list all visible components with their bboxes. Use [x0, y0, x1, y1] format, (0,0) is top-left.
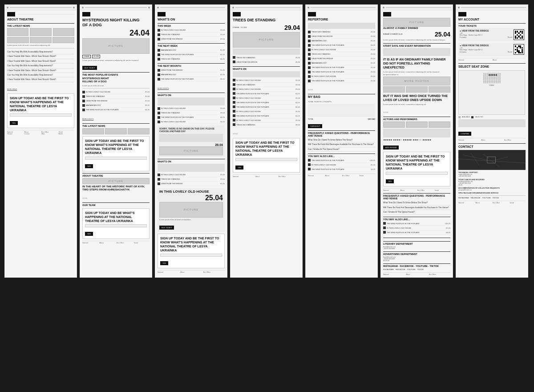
wo-row-4: MARIAM MELODY 01.25 — [158, 48, 225, 53]
event-tags: DRAMA 3H 20M — [82, 55, 150, 58]
n-img-3 — [128, 128, 150, 134]
add-review-btn[interactable]: ADD REVIEW — [383, 145, 399, 150]
contact-booking: TICKET SALES AND BOOKING booking@theatre… — [458, 178, 526, 186]
ticket-2-qr — [514, 44, 524, 55]
wo-icon-1 — [158, 29, 160, 32]
also-like-fd: YOU MAY ALSO LIKE... — [383, 217, 450, 221]
wo-row-7: VIEW FROM THE BRIDGE 01.25 — [158, 68, 225, 73]
faq-fd-2: Will There Be Food And Beverages Availab… — [383, 206, 450, 210]
newsletter-wo-btn[interactable]: YES — [160, 261, 168, 265]
td2-icon-2 — [233, 83, 235, 86]
newsletter-fd-btn[interactable]: YES — [386, 179, 394, 183]
td2-row-6: THE WIND RUSTLES IN THE POPLARS 04.25 — [233, 101, 300, 105]
newsletter-signup-btn[interactable]: YES — [10, 121, 18, 125]
family-date: 25.04 — [435, 31, 450, 38]
no-show-pic: PICTURE — [159, 146, 223, 155]
confirm-seats-btn[interactable]: CONFIRM — [458, 132, 471, 136]
wo-row-6: TREES DIE STANDING 04.25 — [158, 57, 225, 61]
about-theatre-title: ABOUT THEATRE — [7, 18, 74, 21]
newsletter-input[interactable] — [10, 113, 72, 117]
rep-row-1: TREES DIE STANDING 25.04 — [308, 30, 375, 34]
ticket-2-info: ● VIEW FROM THE BRIDGE +18New Stage Bunk… — [460, 44, 512, 55]
wo-icon-2 — [158, 33, 160, 36]
screen-repertoire: REPERTOIRE TREES DIE STANDING 25.04 VIEW… — [305, 4, 378, 278]
fwo-col-1: National — [158, 271, 179, 273]
f2-col-3: Box Office — [117, 242, 133, 244]
header-dot — [157, 7, 159, 8]
newsletter-btn-2[interactable]: YES — [85, 164, 93, 168]
newsletter-input-2[interactable] — [85, 157, 147, 160]
screen-header-6 — [381, 5, 453, 10]
family-long-desc: IT IS AS IF AN ORDINARY FAMILY DINNER DI… — [383, 57, 450, 69]
header-dot-2 — [148, 7, 150, 8]
wo-row-9: THE WIND RUSTLES IN THE POPLARS 06.25 — [158, 77, 225, 81]
wo-icon-9 — [158, 78, 160, 81]
td-row-2: VIEW FROM THE BROOK 25.04 — [233, 60, 300, 65]
newsletter-title: SIGN UP TODAY AND BE THE FIRST TO KNOW W… — [10, 96, 72, 112]
buy-ticket-btn[interactable]: BUY TICKET — [82, 66, 97, 70]
more-events-link[interactable]: MORE EVENTS — [82, 113, 150, 121]
faq-1: What Time Do I Need To Arrive Before The… — [308, 138, 375, 142]
more-events-link-2[interactable]: MORE EVENTS — [158, 83, 225, 91]
social-links: INSTAGRAM FACEBOOK YOUTUBE TIKTOK — [383, 268, 450, 271]
wo2-icon-1 — [158, 107, 160, 110]
footer-2: National About Box Office Social — [82, 241, 150, 244]
td2-icon-9 — [233, 114, 235, 117]
more-news-link[interactable]: MORE NEWS — [7, 84, 74, 92]
trees-date: 29.04 — [284, 24, 300, 31]
rep-icon-3 — [308, 40, 311, 42]
screen-mysterious-night: MYSTERIOUS NIGHT KILLINGOF A DOG 24.04 P… — [80, 4, 152, 278]
header-line — [386, 7, 451, 8]
wo3-icon-3 — [158, 182, 160, 185]
ticket-1-info: ● VIEW FROM THE BRIDGE +18New Stage Bunk… — [460, 29, 512, 40]
also-icon-2 — [308, 163, 311, 166]
contact-section: CONTACT TECHNICAL SUPPORT support@theatr — [458, 143, 526, 199]
news-item-6: Can You Help Me With Accessibility Requi… — [7, 73, 74, 77]
wo2-row-1: IN THIS LOVELY OLD HOUSE 25.04 — [158, 106, 225, 111]
f2-col-2: About — [100, 242, 116, 244]
news-imgs-2 — [82, 128, 150, 134]
header-line — [311, 7, 376, 8]
td2-icon-11 — [233, 123, 235, 126]
wo-icon-6 — [158, 58, 160, 61]
your-tickets-label: YOUR TICKETS — [458, 23, 526, 27]
news-images — [7, 28, 74, 36]
rep-row-8: MARIAM MELODY 02.25 — [308, 61, 375, 65]
you-may-label: YOU MAY ALSO LIKE... — [308, 154, 375, 158]
faq-fd-1: What Time Do I Need To Arrive Before The… — [383, 201, 450, 205]
rep-row-9: THE WIND RUSTLES IN THE POPLARS 25.04 — [308, 65, 375, 70]
fwo-col-3: Box Office — [203, 271, 225, 273]
fc-col-1: National — [383, 274, 405, 275]
screen-family-dinner: PICTURE ALMOST A FAMILY DINNER SUNDAY 3 … — [380, 4, 453, 278]
seat-row-1 — [461, 73, 522, 74]
newsletter-input-3[interactable] — [85, 224, 147, 227]
logo-icon — [233, 12, 241, 16]
ticket-1: ● VIEW FROM THE BRIDGE +18New Stage Bunk… — [458, 28, 526, 41]
wo2-row-2: TREES DIE STANDING 29.04 — [158, 111, 225, 115]
wo-icon-4 — [158, 49, 160, 52]
logo-icon — [82, 12, 90, 16]
wo2-row-3: THE WIND RUSTLES IN THE POPLARS 04.25 — [158, 115, 225, 120]
checkout-btn[interactable]: CHECKOUT — [308, 124, 322, 128]
main-grid: ABOUT THEATRE THE LATEST NEWS Lorem ipsu… — [0, 0, 534, 282]
actor-1 — [383, 121, 405, 128]
faq-2: Will There Be Food And Beverages Availab… — [308, 142, 375, 147]
faq-section: FREQUENTLY ASKED QUESTIONS - PERFORMANCE… — [308, 130, 375, 152]
newsletter-td-input[interactable] — [235, 158, 297, 161]
pop-event-title: MYSTERIOUS NIGHTKILLING OF A DOG — [82, 77, 150, 83]
rep-row-7: VIEW FROM THE BRIDGE 25.04 — [308, 57, 375, 61]
wo3-icon-1 — [158, 174, 160, 176]
lovely-buy-btn[interactable]: BUY TICKET — [159, 226, 174, 230]
fs-col-3: Box Office — [504, 139, 526, 141]
newsletter-td-btn[interactable]: YES — [235, 166, 243, 170]
family-stage: SUNDAY 3 COMEDY 3h 20 — [383, 33, 403, 35]
contact-section-fd: LITERARY DEPARTMENT Email@email.com+38 0… — [383, 238, 450, 271]
newsletter-fd-input[interactable] — [386, 172, 448, 175]
screen-header-4 — [231, 5, 302, 10]
also-fd-1: THE WIND RUSTLES IN THE POPLARS 128.25 — [383, 222, 450, 226]
newsletter-wo-title: SIGN UP TODAY AND BE THE FIRST TO KNOW W… — [160, 236, 222, 252]
newsletter-btn-3[interactable]: YES — [85, 232, 93, 236]
wo-row-3: VIEW FROM THE BRIDGE 25.04 — [158, 37, 225, 41]
rep-icon-2 — [308, 35, 311, 38]
newsletter-wo-input[interactable] — [160, 254, 222, 257]
